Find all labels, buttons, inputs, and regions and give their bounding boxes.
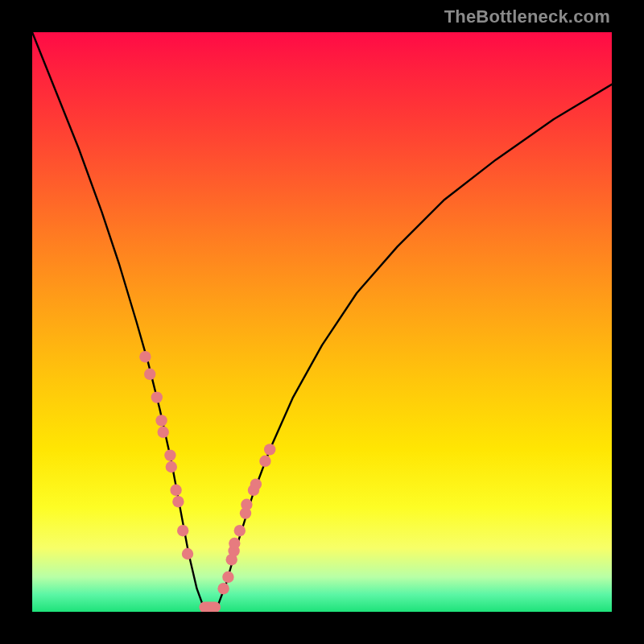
data-dot (155, 415, 167, 426)
data-dot (170, 485, 181, 496)
data-dot (144, 369, 155, 380)
trough-bar (199, 601, 221, 612)
attribution-text: TheBottleneck.com (444, 6, 610, 27)
data-dot (172, 496, 184, 507)
data-dot (234, 525, 246, 536)
chart-svg (32, 32, 612, 612)
trough-marker (199, 601, 221, 612)
data-dot (217, 583, 229, 594)
plot-area (32, 32, 612, 612)
data-dot (229, 538, 240, 549)
chart-frame: TheBottleneck.com (0, 0, 644, 644)
data-dot (222, 572, 233, 583)
right-cluster-dots (217, 444, 275, 594)
data-dot (158, 427, 169, 438)
data-dot (151, 391, 163, 402)
data-dot (182, 548, 193, 559)
data-dot (241, 499, 252, 510)
data-dot (166, 461, 177, 473)
data-dot (259, 456, 270, 467)
bottleneck-curve (32, 32, 612, 612)
data-dot (264, 444, 275, 455)
data-dot (139, 351, 151, 362)
data-dot (164, 449, 175, 460)
left-cluster-dots (139, 351, 193, 559)
data-dot (177, 525, 188, 536)
data-dot (250, 478, 262, 489)
